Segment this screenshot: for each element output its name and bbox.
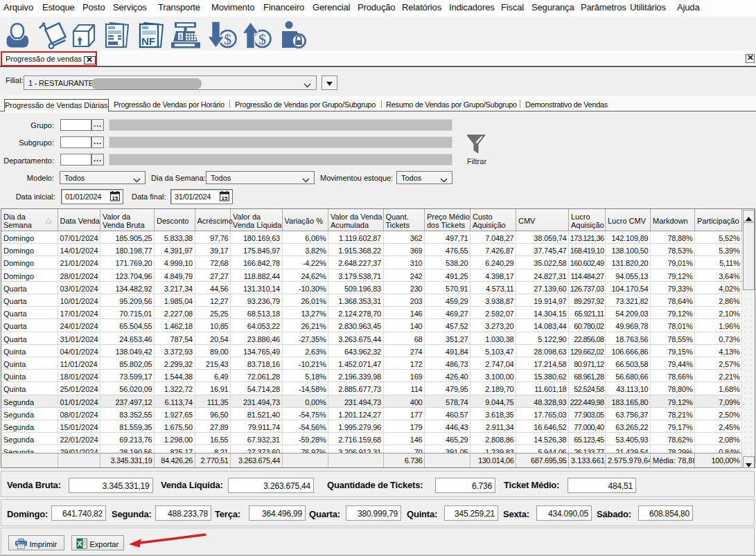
svg-text:$: $ [224, 30, 231, 48]
svg-text:$: $ [258, 30, 266, 48]
svg-text:$: $ [179, 33, 182, 40]
svg-text:X: X [77, 539, 82, 548]
svg-text:NF: NF [141, 35, 155, 47]
svg-text:15: 15 [221, 195, 227, 201]
svg-text:15: 15 [112, 195, 118, 201]
